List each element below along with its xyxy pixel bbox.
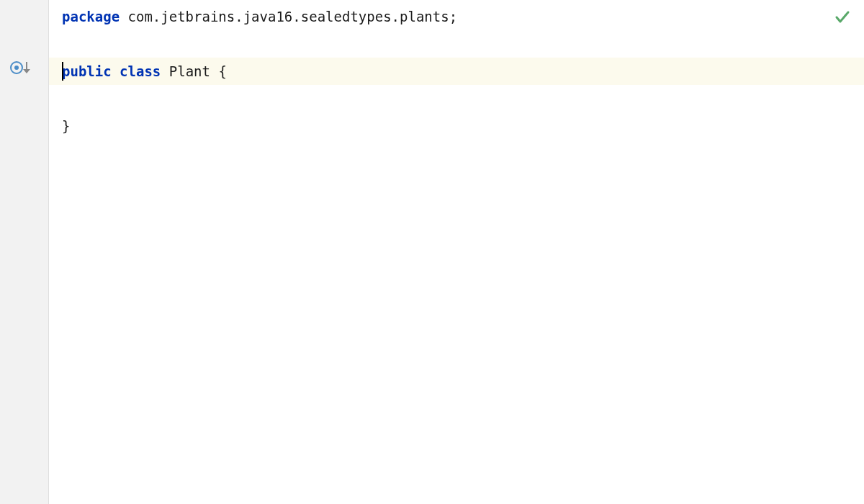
text-caret bbox=[62, 62, 63, 81]
gutter-override-marker[interactable] bbox=[10, 61, 30, 73]
space bbox=[112, 63, 120, 79]
override-target-icon bbox=[10, 61, 22, 73]
checkmark-icon bbox=[834, 9, 851, 26]
editor-gutter[interactable] bbox=[0, 0, 49, 504]
space bbox=[210, 63, 218, 79]
class-name: Plant bbox=[169, 63, 210, 79]
code-area[interactable]: package com.jetbrains.java16.sealedtypes… bbox=[49, 0, 864, 504]
inspection-status-ok[interactable] bbox=[834, 9, 851, 26]
package-name: com.jetbrains.java16.sealedtypes.plants bbox=[128, 9, 449, 24]
brace-close: } bbox=[62, 118, 70, 134]
arrow-down-icon bbox=[23, 61, 30, 73]
keyword-class: class bbox=[120, 63, 161, 79]
brace-open: { bbox=[218, 63, 226, 79]
semicolon: ; bbox=[449, 9, 457, 24]
keyword-public: public bbox=[62, 63, 112, 79]
space bbox=[120, 9, 127, 24]
space bbox=[161, 63, 168, 79]
keyword-package: package bbox=[62, 9, 120, 24]
code-editor[interactable]: package com.jetbrains.java16.sealedtypes… bbox=[0, 0, 864, 504]
code-line-3-current[interactable]: public class Plant { bbox=[49, 58, 864, 85]
code-line-1[interactable]: package com.jetbrains.java16.sealedtypes… bbox=[49, 3, 864, 30]
code-line-5[interactable]: } bbox=[49, 112, 864, 140]
